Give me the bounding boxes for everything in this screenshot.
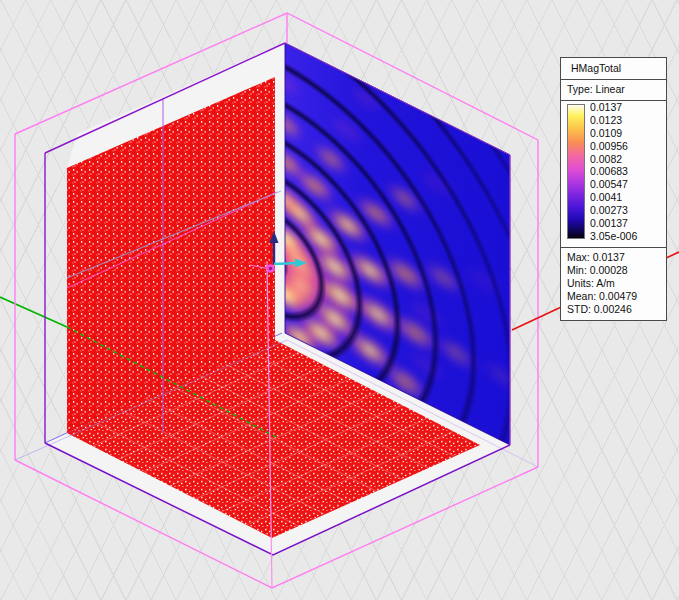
- scale-value: 0.0082: [590, 153, 637, 166]
- colorbar-labels: 0.0137 0.0123 0.0109 0.00956 0.0082 0.00…: [590, 101, 637, 243]
- scale-value: 3.05e-006: [590, 230, 637, 243]
- legend-stats: Max: 0.0137 Min: 0.00028 Units: A/m Mean…: [561, 248, 666, 320]
- stat-units: Units: A/m: [567, 277, 661, 290]
- scale-value: 0.0109: [590, 127, 637, 140]
- scale-value: 0.0123: [590, 114, 637, 127]
- stat-max: Max: 0.0137: [567, 251, 661, 264]
- scale-value: 0.00683: [590, 165, 637, 178]
- scale-value: 0.0041: [590, 191, 637, 204]
- legend-panel[interactable]: HMagTotal Type: Linear 0.0137 0.0123 0.0…: [560, 57, 667, 321]
- legend-colorbar-section: 0.0137 0.0123 0.0109 0.00956 0.0082 0.00…: [561, 101, 666, 248]
- scale-value: 0.00547: [590, 178, 637, 191]
- stat-std: STD: 0.00246: [567, 303, 661, 316]
- stat-min: Min: 0.00028: [567, 264, 661, 277]
- simulation-viewport[interactable]: HMagTotal Type: Linear 0.0137 0.0123 0.0…: [0, 0, 679, 600]
- scale-value: 0.00137: [590, 217, 637, 230]
- colorbar-gradient: [567, 104, 585, 239]
- scale-value: 0.00273: [590, 204, 637, 217]
- stat-mean: Mean: 0.00479: [567, 290, 661, 303]
- legend-scale-type: Type: Linear: [561, 80, 666, 101]
- scale-value: 0.0137: [590, 101, 637, 114]
- scale-value: 0.00956: [590, 140, 637, 153]
- u-arrow-icon: [274, 263, 298, 264]
- legend-title: HMagTotal: [561, 58, 666, 80]
